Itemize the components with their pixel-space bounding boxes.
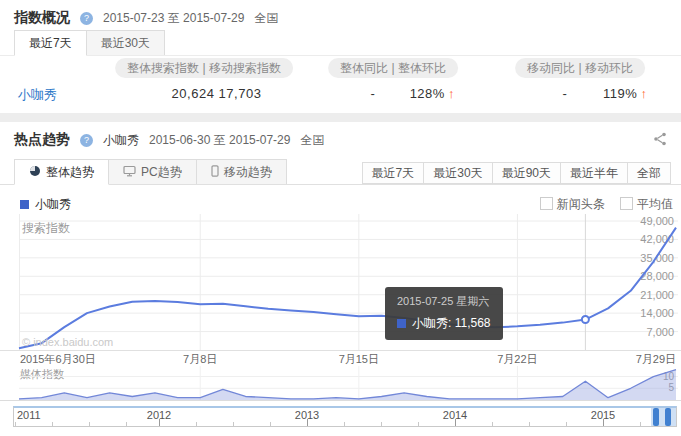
- timeline-left-handle[interactable]: [653, 408, 659, 426]
- overall-mom-percent: 128%: [410, 86, 445, 101]
- checkbox-icon: [540, 197, 553, 210]
- watermark: © index.baidu.com: [22, 336, 113, 348]
- chart-legend: 小咖秀: [20, 196, 71, 213]
- range-button-halfyear[interactable]: 最近半年: [560, 162, 628, 184]
- news-headlines-label: 新闻头条: [557, 197, 605, 211]
- index-overview-card: 指数概况 ? 2015-07-23 至 2015-07-29 全国 最近7天 最…: [0, 0, 681, 113]
- y-tick-label: 49,000: [640, 215, 674, 227]
- overview-date-range: 2015-07-23 至 2015-07-29: [103, 10, 244, 27]
- timeline-slider[interactable]: 20112012201320142015: [13, 406, 677, 427]
- trend-region: 全国: [300, 132, 324, 149]
- timeline-major-tick: [159, 419, 160, 426]
- y-tick-label: 21,000: [640, 289, 674, 301]
- average-label: 平均值: [637, 197, 673, 211]
- media-index-area: [19, 370, 676, 400]
- column-group-mobile-compare: 移动同比 | 移动环比: [515, 58, 645, 78]
- time-range-buttons: 最近7天 最近30天 最近90天 最近半年 全部: [363, 162, 671, 184]
- tooltip-value: 11,568: [455, 316, 491, 330]
- hover-point-marker: [582, 316, 589, 323]
- trend-keyword: 小咖秀: [103, 132, 139, 149]
- trend-tabs: 整体趋势 PC趋势 移动趋势: [14, 159, 287, 185]
- search-index-line: [19, 228, 676, 349]
- tooltip-date: 2015-07-25 星期六: [397, 294, 491, 309]
- overall-trend-icon: [29, 161, 41, 185]
- timeline-major-tick: [455, 419, 456, 426]
- tooltip-color-swatch: [397, 319, 406, 328]
- share-icon[interactable]: [653, 132, 667, 150]
- timeline-year-label: 2011: [17, 409, 41, 421]
- column-group-search-index: 整体搜索指数 | 移动搜索指数: [115, 58, 293, 78]
- help-icon[interactable]: ?: [80, 12, 93, 25]
- tab-overall-trend[interactable]: 整体趋势: [14, 159, 109, 185]
- media-index-chart[interactable]: 105: [0, 364, 681, 404]
- mobile-mom-percent: 119%: [603, 86, 637, 101]
- tooltip-series-label: 小咖秀:: [412, 316, 451, 330]
- tab-pc-trend-label: PC趋势: [141, 165, 182, 179]
- timeline-major-tick: [307, 419, 308, 426]
- y-tick-label: 35,000: [640, 252, 674, 264]
- search-index-chart[interactable]: 49,00042,00035,00028,00021,00014,0007,00…: [0, 212, 681, 352]
- tab-pc-trend[interactable]: PC趋势: [108, 159, 197, 185]
- tab-overall-trend-label: 整体趋势: [46, 165, 94, 179]
- overall-search-index-value: 20,624: [172, 86, 215, 101]
- mobile-search-index-value: 17,703: [219, 86, 262, 101]
- up-arrow-icon: ↑: [448, 86, 455, 101]
- chart-tooltip: 2015-07-25 星期六 小咖秀: 11,568: [385, 287, 503, 340]
- mobile-yoy-value: -: [563, 86, 568, 101]
- trend-header: 热点趋势 ? 小咖秀 2015-06-30 至 2015-07-29 全国: [14, 130, 324, 150]
- overlay-options: 新闻头条 平均值: [528, 196, 673, 213]
- range-button-90days[interactable]: 最近90天: [492, 162, 561, 184]
- overview-header: 指数概况 ? 2015-07-23 至 2015-07-29 全国: [14, 8, 278, 28]
- timeline-major-tick: [603, 419, 604, 426]
- column-group-overall-compare: 整体同比 | 整体环比: [328, 58, 458, 78]
- legend-color-swatch: [20, 200, 29, 209]
- help-icon[interactable]: ?: [80, 134, 93, 147]
- checkbox-icon: [620, 197, 633, 210]
- trend-date-range: 2015-06-30 至 2015-07-29: [149, 132, 290, 149]
- y-tick-label: 14,000: [640, 307, 674, 319]
- news-headlines-checkbox[interactable]: 新闻头条: [540, 197, 605, 211]
- tab-mobile-trend-label: 移动趋势: [224, 165, 272, 179]
- tab-last-7-days[interactable]: 最近7天: [14, 30, 87, 56]
- overview-tabs: 最近7天 最近30天: [14, 30, 165, 56]
- range-button-30days[interactable]: 最近30天: [423, 162, 492, 184]
- baidu-index-page: 指数概况 ? 2015-07-23 至 2015-07-29 全国 最近7天 最…: [0, 0, 681, 436]
- keyword-link[interactable]: 小咖秀: [18, 86, 57, 104]
- pc-monitor-icon: [123, 161, 136, 185]
- tabs-divider: [0, 55, 681, 56]
- timeline-ticks: [14, 422, 676, 426]
- range-button-7days[interactable]: 最近7天: [362, 162, 425, 184]
- overall-yoy-value: -: [371, 86, 376, 101]
- overall-mom-value: 128%↑: [410, 86, 455, 101]
- timeline-right-handle[interactable]: [665, 408, 671, 426]
- mobile-phone-icon: [211, 161, 219, 185]
- hot-trends-card: 热点趋势 ? 小咖秀 2015-06-30 至 2015-07-29 全国 整体…: [0, 122, 681, 436]
- overview-region: 全国: [254, 10, 278, 27]
- trend-title: 热点趋势: [14, 131, 70, 149]
- mobile-mom-value: 119%↑: [603, 86, 647, 101]
- legend-series-label: 小咖秀: [35, 197, 71, 211]
- y-tick-label: 7,000: [646, 326, 674, 338]
- tab-last-30-days[interactable]: 最近30天: [86, 30, 165, 56]
- up-arrow-icon: ↑: [640, 86, 647, 101]
- average-checkbox[interactable]: 平均值: [620, 197, 673, 211]
- overview-title: 指数概况: [14, 9, 70, 27]
- range-button-all[interactable]: 全部: [627, 162, 671, 184]
- tab-mobile-trend[interactable]: 移动趋势: [196, 159, 287, 185]
